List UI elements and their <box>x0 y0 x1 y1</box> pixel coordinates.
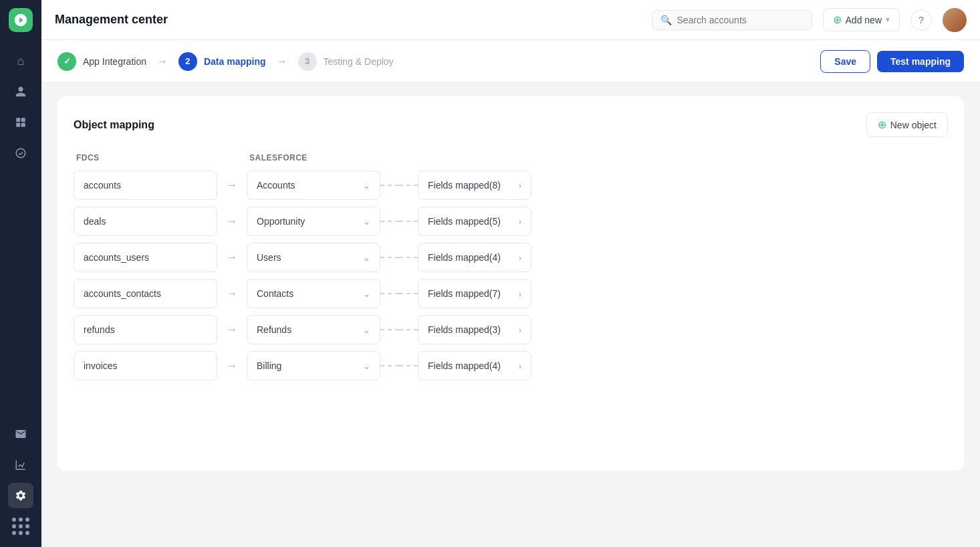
fdcs-field: invoices <box>74 351 217 380</box>
people-icon[interactable] <box>8 79 33 104</box>
chevron-right-icon: › <box>519 181 521 191</box>
email-icon[interactable] <box>8 421 33 447</box>
chevron-right-icon: › <box>519 289 521 299</box>
dashed-connector <box>380 257 399 258</box>
dashed-connector <box>380 185 399 186</box>
new-object-plus-icon: ⊕ <box>878 118 886 131</box>
fields-mapped-label: Fields mapped(4) <box>428 252 501 263</box>
salesforce-select[interactable]: Opportunity ⌄ <box>247 207 380 236</box>
fdcs-field: accounts_users <box>74 243 217 272</box>
fields-mapped-button[interactable]: Fields mapped(7) › <box>418 279 531 308</box>
svg-point-4 <box>16 148 25 158</box>
arrow-icon: → <box>217 360 247 372</box>
object-mapping-card: Object mapping ⊕ New object FDCS Salesfo… <box>57 96 964 471</box>
app-logo[interactable] <box>9 8 33 32</box>
svg-rect-1 <box>21 118 25 122</box>
sf-select-value: Opportunity <box>257 216 305 227</box>
fields-mapped-button[interactable]: Fields mapped(4) › <box>418 243 531 272</box>
settings-icon[interactable] <box>8 483 33 508</box>
chevron-down-icon: ⌄ <box>363 217 370 227</box>
dashed-connector2 <box>399 365 418 366</box>
chevron-right-icon: › <box>519 325 521 335</box>
salesforce-col-label: Salesforce <box>249 153 383 162</box>
arrow-icon: → <box>217 179 247 191</box>
arrow-icon: → <box>217 288 247 300</box>
fields-mapped-label: Fields mapped(4) <box>428 360 501 371</box>
step-3[interactable]: 3 Testing & Deploy <box>298 52 394 71</box>
fields-mapped-label: Fields mapped(7) <box>428 288 501 299</box>
chevron-right-icon: › <box>519 217 521 227</box>
mapping-row: deals → Opportunity ⌄ Fields mapped(5) › <box>74 207 948 236</box>
circle-check-icon[interactable] <box>8 140 33 166</box>
arrow-icon: → <box>217 215 247 227</box>
chevron-down-icon: ⌄ <box>363 181 370 191</box>
salesforce-select[interactable]: Accounts ⌄ <box>247 171 380 200</box>
step-arrow-2: → <box>277 56 287 68</box>
step3-label: Testing & Deploy <box>324 56 394 67</box>
grid-icon[interactable] <box>8 110 33 135</box>
fields-mapped-button[interactable]: Fields mapped(5) › <box>418 207 531 236</box>
card-header: Object mapping ⊕ New object <box>74 112 948 137</box>
dashed-connector2 <box>399 221 418 222</box>
fields-mapped-button[interactable]: Fields mapped(4) › <box>418 351 531 380</box>
save-button[interactable]: Save <box>820 50 870 73</box>
fdcs-col-label: FDCS <box>76 153 220 162</box>
fdcs-field: accounts <box>74 171 217 200</box>
chevron-down-icon: ⌄ <box>363 253 370 263</box>
search-input[interactable] <box>677 15 804 25</box>
svg-rect-0 <box>16 118 20 122</box>
fields-mapped-button[interactable]: Fields mapped(3) › <box>418 315 531 344</box>
dashed-connector2 <box>399 293 418 294</box>
mapping-row: accounts → Accounts ⌄ Fields mapped(8) › <box>74 171 948 200</box>
content-area: Object mapping ⊕ New object FDCS Salesfo… <box>41 83 980 547</box>
plus-circle-icon: ⊕ <box>833 13 842 26</box>
fdcs-field: accounts_contacts <box>74 279 217 308</box>
analytics-icon[interactable] <box>8 452 33 477</box>
main-area: Management center 🔍 ⊕ Add new ▾ ? ✓ App … <box>41 0 980 547</box>
search-icon: 🔍 <box>660 15 672 25</box>
fields-mapped-button[interactable]: Fields mapped(8) › <box>418 171 531 200</box>
sf-select-value: Billing <box>257 360 281 371</box>
dashed-connector2 <box>399 257 418 258</box>
svg-rect-2 <box>16 123 20 127</box>
svg-rect-3 <box>21 123 25 127</box>
dashed-connector <box>380 329 399 330</box>
dashed-connector <box>380 365 399 366</box>
step1-circle: ✓ <box>57 52 76 71</box>
test-mapping-button[interactable]: Test mapping <box>877 51 964 72</box>
fields-mapped-label: Fields mapped(8) <box>428 180 501 191</box>
fields-mapped-label: Fields mapped(5) <box>428 216 501 227</box>
salesforce-select[interactable]: Refunds ⌄ <box>247 315 380 344</box>
dashed-connector <box>380 221 399 222</box>
search-box[interactable]: 🔍 <box>652 10 812 30</box>
step2-circle: 2 <box>178 52 197 71</box>
avatar[interactable] <box>943 8 967 32</box>
topbar: Management center 🔍 ⊕ Add new ▾ ? <box>41 0 980 40</box>
steps-bar: ✓ App Integration → 2 Data mapping → 3 T… <box>41 40 980 83</box>
step2-label: Data mapping <box>204 56 266 67</box>
salesforce-select[interactable]: Contacts ⌄ <box>247 279 380 308</box>
dashed-connector2 <box>399 185 418 186</box>
sidebar: ⌂ <box>0 0 41 547</box>
mapping-row: invoices → Billing ⌄ Fields mapped(4) › <box>74 351 948 380</box>
sf-select-value: Accounts <box>257 180 295 191</box>
new-object-button[interactable]: ⊕ New object <box>866 112 948 137</box>
chevron-right-icon: › <box>519 361 521 371</box>
sf-select-value: Users <box>257 252 281 263</box>
add-new-button[interactable]: ⊕ Add new ▾ <box>823 8 900 31</box>
mapping-row: accounts_users → Users ⌄ Fields mapped(4… <box>74 243 948 272</box>
help-button[interactable]: ? <box>910 9 932 31</box>
page-title: Management center <box>55 13 641 27</box>
home-icon[interactable]: ⌂ <box>8 48 33 74</box>
sf-select-value: Refunds <box>257 324 291 335</box>
step-1[interactable]: ✓ App Integration <box>57 52 146 71</box>
salesforce-select[interactable]: Billing ⌄ <box>247 351 380 380</box>
mapping-row: refunds → Refunds ⌄ Fields mapped(3) › <box>74 315 948 344</box>
fdcs-field: deals <box>74 207 217 236</box>
chevron-down-icon: ⌄ <box>363 361 370 371</box>
step-2[interactable]: 2 Data mapping <box>178 52 266 71</box>
salesforce-select[interactable]: Users ⌄ <box>247 243 380 272</box>
chevron-right-icon: › <box>519 253 521 263</box>
card-title: Object mapping <box>74 119 866 131</box>
arrow-icon: → <box>217 251 247 263</box>
